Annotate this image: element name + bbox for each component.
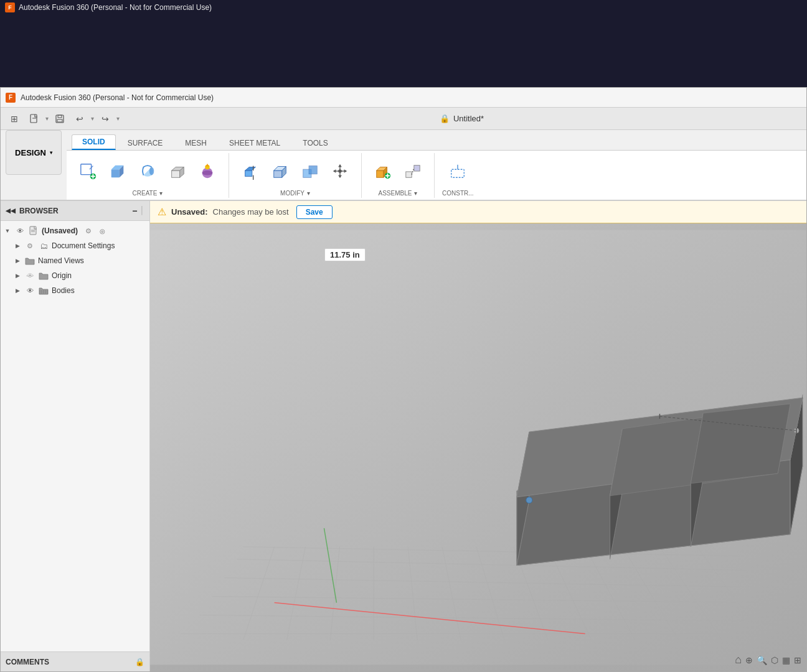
display-icon[interactable]: ⊞ bbox=[794, 655, 801, 665]
browser-minus-icon[interactable]: − bbox=[132, 206, 137, 216]
tree-eye-icon-origin[interactable]: 👁 bbox=[24, 270, 35, 281]
svg-point-18 bbox=[202, 170, 213, 175]
revolve-button[interactable] bbox=[134, 157, 161, 185]
tree-item-unsaved[interactable]: ▼ 👁 (Unsaved) ⚙ ◎ bbox=[1, 223, 149, 238]
quick-access-toolbar: ⊞ ▾ ↩ ▾ ↪ ▾ 🔒 Untitled* bbox=[1, 108, 806, 130]
tree-item-bodies[interactable]: ▶ 👁 Bodies bbox=[1, 283, 149, 298]
tree-arrow-named-views: ▶ bbox=[13, 256, 22, 265]
tree-eye-icon-bodies[interactable]: 👁 bbox=[24, 285, 35, 296]
joint-button[interactable] bbox=[399, 157, 427, 185]
svg-rect-41 bbox=[451, 169, 465, 177]
press-pull-button[interactable] bbox=[237, 157, 264, 185]
undo-dropdown[interactable]: ▾ bbox=[91, 115, 94, 122]
browser-tree: ▼ 👁 (Unsaved) ⚙ ◎ ▶ ⚙ 🗂 Document Setting… bbox=[1, 221, 149, 651]
tree-item-named-views[interactable]: ▶ Named Views bbox=[1, 253, 149, 268]
browser-pipe-icon: │ bbox=[140, 206, 145, 216]
assemble-dropdown-icon[interactable]: ▾ bbox=[414, 190, 417, 197]
tab-mesh[interactable]: MESH bbox=[174, 136, 217, 150]
browser-panel: ◀◀ BROWSER − │ ▼ 👁 (Unsaved) ⚙ ◎ bbox=[1, 201, 150, 671]
tree-item-document-settings[interactable]: ▶ ⚙ 🗂 Document Settings bbox=[1, 238, 149, 253]
svg-rect-3 bbox=[58, 115, 62, 118]
svg-point-13 bbox=[149, 167, 154, 175]
new-component-button[interactable] bbox=[369, 157, 397, 185]
modify-dropdown-icon[interactable]: ▾ bbox=[307, 190, 310, 197]
svg-point-82 bbox=[526, 497, 532, 503]
combine-button[interactable] bbox=[296, 157, 324, 185]
home-icon[interactable]: ⌂ bbox=[735, 653, 742, 666]
svg-rect-10 bbox=[111, 169, 120, 177]
tab-tools[interactable]: TOOLS bbox=[292, 136, 338, 150]
view-cube-icon[interactable]: ⬡ bbox=[771, 655, 778, 665]
assemble-tools bbox=[369, 153, 427, 190]
viewport[interactable]: ⚠ Unsaved: Changes may be lost Save bbox=[150, 201, 806, 671]
svg-rect-43 bbox=[30, 226, 36, 235]
app-icon: F bbox=[6, 93, 16, 103]
extrude-button[interactable] bbox=[104, 157, 131, 185]
tree-folder-icon-bodies bbox=[38, 285, 49, 296]
viewport-svg bbox=[150, 223, 806, 671]
tab-surface[interactable]: SURFACE bbox=[117, 136, 174, 150]
comments-bar: COMMENTS 🔒 bbox=[1, 651, 149, 671]
extrude-icon bbox=[109, 162, 126, 180]
press-pull-icon bbox=[242, 162, 259, 180]
tree-item-bodies-label: Bodies bbox=[52, 286, 75, 295]
redo-button[interactable]: ↪ bbox=[97, 110, 114, 128]
new-sketch-icon bbox=[79, 162, 97, 180]
sphere-button[interactable] bbox=[194, 157, 221, 185]
fit-icon[interactable]: ⊕ bbox=[745, 655, 753, 665]
viewport-3d[interactable]: 11.75 in ⌂ ⊕ 🔍 ⬡ ▦ ⊞ bbox=[150, 223, 806, 671]
svg-rect-14 bbox=[172, 170, 180, 177]
move-icon bbox=[331, 162, 349, 180]
tree-item-named-views-label: Named Views bbox=[38, 256, 84, 265]
box-button[interactable] bbox=[164, 157, 191, 185]
construct-label: CONSTR... bbox=[442, 190, 474, 198]
dimension-label: 11.75 in bbox=[324, 248, 366, 261]
design-button[interactable]: DESIGN ▾ bbox=[6, 130, 62, 175]
construct-tools bbox=[444, 153, 471, 190]
new-sketch-button[interactable] bbox=[74, 157, 101, 185]
tree-folder-icon-origin bbox=[38, 270, 49, 281]
unsaved-message: Changes may be lost bbox=[213, 207, 289, 217]
tree-eye-icon-unsaved[interactable]: 👁 bbox=[14, 225, 26, 236]
tab-solid[interactable]: SOLID bbox=[72, 134, 116, 150]
tree-target-icon[interactable]: ◎ bbox=[97, 225, 108, 236]
lock-icon: 🔒 bbox=[440, 114, 450, 123]
undo-button[interactable]: ↩ bbox=[71, 110, 88, 128]
move-button[interactable] bbox=[326, 157, 354, 185]
tree-item-origin[interactable]: ▶ 👁 Origin bbox=[1, 268, 149, 283]
tree-gear-icon-doc: ⚙ bbox=[24, 240, 35, 251]
grid-view-icon[interactable]: ▦ bbox=[782, 655, 790, 665]
browser-header-icons: − │ bbox=[132, 206, 144, 216]
save-button-toolbar[interactable] bbox=[51, 110, 68, 128]
redo-dropdown[interactable]: ▾ bbox=[116, 115, 120, 122]
svg-line-40 bbox=[412, 168, 414, 174]
ribbon-content: CREATE ▾ bbox=[67, 150, 806, 200]
grid-button[interactable]: ⊞ bbox=[6, 110, 23, 128]
create-dropdown-icon[interactable]: ▾ bbox=[159, 190, 163, 197]
tree-item-unsaved-label: (Unsaved) bbox=[42, 226, 78, 235]
fillet-button[interactable] bbox=[267, 157, 294, 185]
tree-item-doc-settings-label: Document Settings bbox=[52, 241, 115, 250]
tree-gear-icon-unsaved[interactable]: ⚙ bbox=[83, 225, 94, 236]
tab-sheet-metal[interactable]: SHEET METAL bbox=[219, 136, 291, 150]
tree-arrow-bodies: ▶ bbox=[13, 286, 22, 295]
tree-arrow-origin: ▶ bbox=[13, 271, 22, 280]
zoom-in-icon[interactable]: 🔍 bbox=[757, 655, 767, 665]
sphere-icon bbox=[199, 162, 216, 180]
viewport-save-button[interactable]: Save bbox=[296, 205, 333, 219]
warning-icon: ⚠ bbox=[158, 206, 166, 218]
ribbon-group-construct: CONSTR... bbox=[435, 153, 481, 198]
browser-collapse-icon[interactable]: ◀◀ bbox=[6, 207, 16, 214]
ribbon-group-modify: MODIFY ▾ bbox=[229, 153, 362, 198]
new-button[interactable] bbox=[26, 110, 43, 128]
title-bar: F Autodesk Fusion 360 (Personal - Not fo… bbox=[1, 88, 806, 108]
joint-icon bbox=[404, 162, 422, 180]
comments-icons: 🔒 bbox=[135, 658, 144, 666]
new-component-icon bbox=[374, 162, 392, 180]
svg-rect-20 bbox=[245, 170, 252, 176]
new-dropdown[interactable]: ▾ bbox=[45, 115, 49, 122]
create-label: CREATE ▾ bbox=[133, 190, 163, 198]
construct-button[interactable] bbox=[444, 157, 471, 185]
revolve-icon bbox=[139, 162, 156, 180]
document-title-area: 🔒 Untitled* bbox=[122, 114, 801, 123]
